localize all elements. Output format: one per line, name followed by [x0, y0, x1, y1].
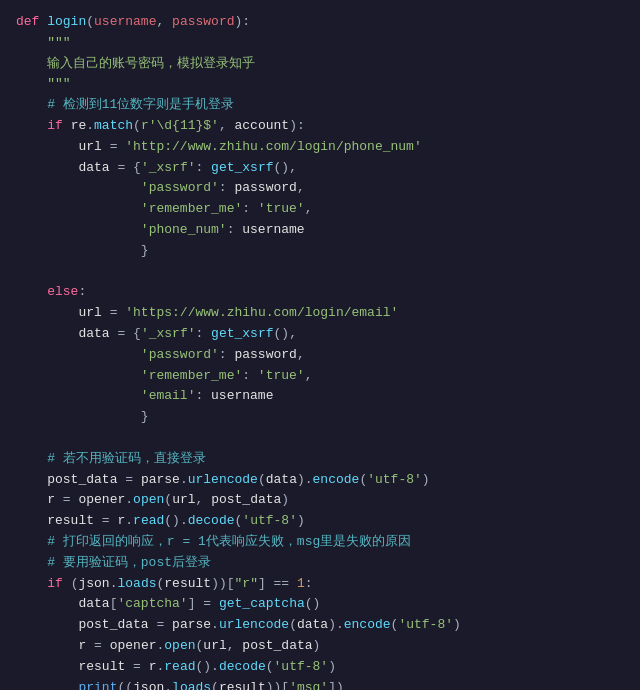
line-31: r = opener.open(url, post_data)	[16, 636, 624, 657]
line-11: 'phone_num': username	[16, 220, 624, 241]
line-6: if re.match(r'\d{11}$', account):	[16, 116, 624, 137]
line-7: url = 'http://www.zhihu.com/login/phone_…	[16, 137, 624, 158]
line-17: 'password': password,	[16, 345, 624, 366]
line-14: else:	[16, 282, 624, 303]
line-29: data['captcha'] = get_captcha()	[16, 594, 624, 615]
line-23: post_data = parse.urlencode(data).encode…	[16, 470, 624, 491]
line-5: # 检测到11位数字则是手机登录	[16, 95, 624, 116]
line-22: # 若不用验证码，直接登录	[16, 449, 624, 470]
line-33: print((json.loads(result))['msg'])	[16, 678, 624, 691]
line-27: # 要用验证码，post后登录	[16, 553, 624, 574]
line-26: # 打印返回的响应，r = 1代表响应失败，msg里是失败的原因	[16, 532, 624, 553]
line-18: 'remember_me': 'true',	[16, 366, 624, 387]
line-10: 'remember_me': 'true',	[16, 199, 624, 220]
line-1: def login(username, password):	[16, 12, 624, 33]
line-30: post_data = parse.urlencode(data).encode…	[16, 615, 624, 636]
line-25: result = r.read().decode('utf-8')	[16, 511, 624, 532]
line-9: 'password': password,	[16, 178, 624, 199]
line-13	[16, 262, 624, 283]
line-32: result = r.read().decode('utf-8')	[16, 657, 624, 678]
line-2: """	[16, 33, 624, 54]
line-3: 输入自己的账号密码，模拟登录知乎	[16, 54, 624, 75]
line-12: }	[16, 241, 624, 262]
line-28: if (json.loads(result))["r"] == 1:	[16, 574, 624, 595]
line-21	[16, 428, 624, 449]
line-19: 'email': username	[16, 386, 624, 407]
line-20: }	[16, 407, 624, 428]
line-4: """	[16, 74, 624, 95]
line-8: data = {'_xsrf': get_xsrf(),	[16, 158, 624, 179]
code-editor: def login(username, password): """ 输入自己的…	[0, 0, 640, 690]
line-15: url = 'https://www.zhihu.com/login/email…	[16, 303, 624, 324]
line-16: data = {'_xsrf': get_xsrf(),	[16, 324, 624, 345]
line-24: r = opener.open(url, post_data)	[16, 490, 624, 511]
